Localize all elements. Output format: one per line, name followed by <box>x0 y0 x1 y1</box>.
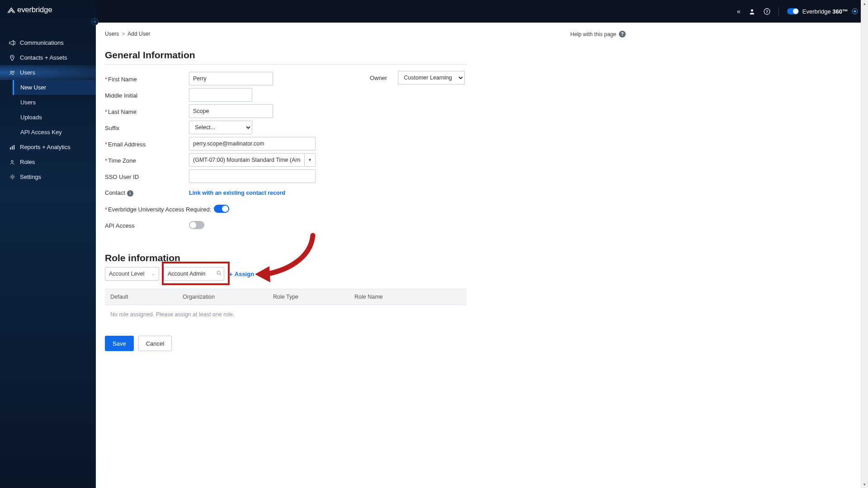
sidebar-item-label: Users <box>20 69 35 76</box>
sidebar-nav: Communications Contacts + Assets Users N… <box>0 21 96 184</box>
owner-select[interactable]: Customer Learning Universe <box>398 71 465 84</box>
role-table-empty-msg: No role assigned. Please assign at least… <box>105 305 467 324</box>
brand-name: everbridge <box>17 5 52 14</box>
svg-rect-5 <box>14 145 14 150</box>
subnav-item-uploads[interactable]: Uploads <box>13 110 96 125</box>
question-icon: ? <box>619 31 626 38</box>
users-icon <box>7 70 17 75</box>
api-access-label: API Access <box>105 221 189 229</box>
suite-toggle-switch[interactable] <box>787 8 799 14</box>
megaphone-icon <box>7 40 17 46</box>
svg-line-14 <box>220 274 221 275</box>
section-divider <box>105 64 467 65</box>
timezone-combobox[interactable]: ▼ <box>189 153 467 167</box>
search-icon <box>217 271 222 277</box>
svg-text:?: ? <box>766 9 769 14</box>
section-title-general: General Information <box>105 50 626 61</box>
svg-point-2 <box>13 71 14 72</box>
info-icon[interactable]: i <box>127 190 133 197</box>
sidebar-item-label: Contacts + Assets <box>20 54 67 61</box>
api-access-toggle[interactable] <box>189 221 204 229</box>
sso-label: SSO User ID <box>105 173 189 180</box>
sidebar-item-users[interactable]: Users <box>0 65 96 80</box>
topbar-divider <box>778 7 779 16</box>
first-name-label: *First Name <box>105 75 189 83</box>
scroll-up-button[interactable]: ▴ <box>861 0 868 7</box>
role-scope-select[interactable]: Account Level ⌄ <box>105 267 159 281</box>
subnav-item-api-key[interactable]: API Access Key <box>13 125 96 140</box>
timezone-input[interactable] <box>189 153 305 167</box>
first-name-input[interactable] <box>189 72 273 85</box>
col-default: Default <box>105 289 177 305</box>
col-role-name: Role Name <box>349 289 467 305</box>
last-name-input[interactable] <box>189 104 273 118</box>
subnav-item-new-user[interactable]: New User <box>13 80 96 95</box>
email-label: *Email Address <box>105 140 189 148</box>
owner-label: Owner <box>370 75 387 81</box>
topbar: « ? Everbridge 360™ <box>96 0 868 23</box>
assign-label: Assign <box>235 271 254 277</box>
breadcrumb-separator: > <box>122 31 125 37</box>
sidebar-item-label: Roles <box>20 159 35 165</box>
role-table-header: Default Organization Role Type Role Name <box>105 289 467 305</box>
sidebar-item-label: Communications <box>20 39 64 46</box>
col-organization: Organization <box>177 289 268 305</box>
role-search-input[interactable] <box>164 267 224 281</box>
sidebar-item-settings[interactable]: Settings <box>0 169 96 184</box>
subnav-label: Uploads <box>20 114 42 121</box>
sidebar-item-label: Reports + Analytics <box>20 144 71 150</box>
timezone-label: *Time Zone <box>105 156 189 164</box>
suite-toggle: Everbridge 360™ <box>787 8 858 15</box>
sidebar-item-communications[interactable]: Communications <box>0 35 96 50</box>
help-icon[interactable]: ? <box>764 8 770 15</box>
svg-rect-3 <box>10 147 11 150</box>
role-scope-value: Account Level <box>109 271 145 277</box>
contact-label: Contacti <box>105 188 189 197</box>
cancel-button[interactable]: Cancel <box>138 336 172 351</box>
sidebar-item-roles[interactable]: Roles <box>0 155 96 169</box>
assign-role-link[interactable]: + Assign <box>229 270 254 278</box>
sidebar-item-label: Settings <box>20 174 41 180</box>
sidebar-item-reports[interactable]: Reports + Analytics <box>0 140 96 155</box>
svg-point-12 <box>854 10 856 13</box>
email-input[interactable] <box>189 137 316 150</box>
section-title-role: Role information <box>105 253 626 263</box>
svg-point-6 <box>11 160 13 162</box>
chevron-down-icon[interactable]: ▼ <box>305 153 316 167</box>
save-button[interactable]: Save <box>105 336 134 351</box>
person-icon <box>7 160 17 165</box>
role-controls: Account Level ⌄ + Assign <box>105 267 626 281</box>
sidebar: everbridge « Communications Contacts + A… <box>0 0 96 488</box>
suite-info-icon[interactable] <box>852 8 858 14</box>
help-with-page-link[interactable]: Help with this page ? <box>571 31 626 38</box>
col-role-type: Role Type <box>268 289 349 305</box>
pin-icon <box>7 55 17 61</box>
subnav-label: New User <box>20 84 46 91</box>
sso-input[interactable] <box>189 169 316 183</box>
link-contact-link[interactable]: Link with an existing contact record <box>189 190 285 196</box>
svg-rect-4 <box>12 146 13 150</box>
scroll-down-button[interactable]: ▾ <box>861 481 868 488</box>
svg-point-1 <box>10 71 12 73</box>
svg-point-8 <box>751 9 753 11</box>
subnav-label: API Access Key <box>20 129 62 136</box>
svg-point-7 <box>11 176 13 178</box>
help-label: Help with this page <box>571 31 616 38</box>
university-access-label: *Everbridge University Access Required: <box>105 205 211 213</box>
profile-icon[interactable] <box>749 8 755 15</box>
svg-point-13 <box>217 271 220 274</box>
breadcrumb-root[interactable]: Users <box>105 31 119 37</box>
middle-initial-input[interactable] <box>189 88 252 102</box>
middle-initial-label: Middle Initial <box>105 91 189 99</box>
breadcrumb: Users > Add User <box>105 31 626 37</box>
breadcrumb-current: Add User <box>127 31 150 37</box>
university-access-toggle[interactable] <box>214 205 229 213</box>
role-table: Default Organization Role Type Role Name… <box>105 289 467 324</box>
browser-scrollbar[interactable]: ▴ ▾ <box>861 0 868 488</box>
subnav-item-users[interactable]: Users <box>13 95 96 110</box>
suite-label: Everbridge 360™ <box>802 8 848 15</box>
collapse-header-icon[interactable]: « <box>737 8 741 15</box>
sidebar-collapse-button[interactable]: « <box>91 18 99 25</box>
sidebar-item-contacts-assets[interactable]: Contacts + Assets <box>0 50 96 65</box>
suffix-select[interactable]: Select... <box>189 121 252 134</box>
